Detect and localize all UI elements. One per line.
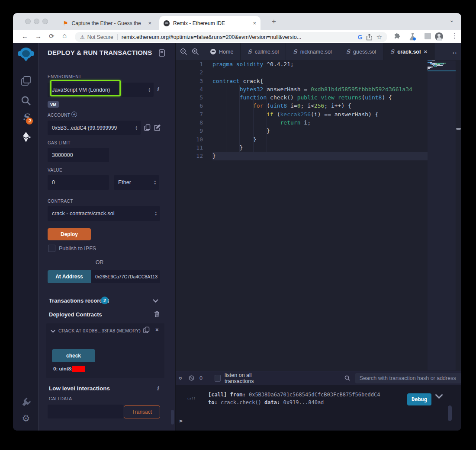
gas-limit-input[interactable]: 3000000 <box>48 148 109 162</box>
add-account-icon[interactable]: + <box>71 112 77 117</box>
gas-limit-label: GAS LIMIT <box>48 140 71 145</box>
copy-account-icon[interactable] <box>144 124 151 131</box>
zoom-out-icon[interactable] <box>180 48 187 55</box>
sidebar-item-search[interactable] <box>13 95 39 106</box>
low-level-info-icon[interactable]: i <box>157 385 159 392</box>
zoom-in-icon[interactable] <box>192 48 199 55</box>
remix-logo-icon[interactable] <box>19 48 33 61</box>
editor-minimap[interactable] <box>428 61 456 370</box>
code-editor[interactable]: 123456789101112 pragma solidity ^0.4.21;… <box>176 60 461 371</box>
at-address-button[interactable]: At Address <box>48 270 91 283</box>
tab-search-chevron-icon[interactable]: ⌄ <box>449 16 454 23</box>
code-line[interactable]: if (keccak256(i) == answerHash) { <box>212 110 428 118</box>
tab-close-icon[interactable]: × <box>253 20 256 26</box>
browser-toolbar: ← → ⟳ ⌂ ⚠ Not Secure remix.ethereum.org/… <box>13 30 461 43</box>
code-line[interactable]: pragma solidity ^0.4.21; <box>212 60 428 68</box>
reload-button[interactable]: ⟳ <box>49 32 55 40</box>
transaction-log-entry[interactable]: [call] from: 0x5B38Da6a701c568545dCfcB03… <box>208 391 380 406</box>
edit-account-icon[interactable] <box>154 124 161 131</box>
code-line[interactable]: function check() public view returns(uin… <box>212 93 428 102</box>
code-line[interactable]: return i; <box>212 118 428 127</box>
home-button[interactable]: ⌂ <box>62 32 67 40</box>
screenshot-extension-icon[interactable] <box>425 33 431 39</box>
code-line[interactable]: bytes32 answerHash = 0xdb81b4d58595fbbbb… <box>212 85 428 93</box>
tab-close-icon[interactable]: × <box>148 20 151 26</box>
publish-ipfs-checkbox[interactable] <box>48 245 55 252</box>
browser-tab-remix[interactable]: Remix - Ethereum IDE × <box>159 16 261 30</box>
terminal-log[interactable]: call [call] from: 0x5B38Da6a701c568545dC… <box>176 385 461 431</box>
code-line[interactable]: for (uint8 i=0; i<256; i++) { <box>212 102 428 110</box>
sidebar-item-solidity-compiler[interactable]: S 2 <box>13 112 39 122</box>
split-view-icon[interactable]: ↔ <box>451 48 458 55</box>
profile-avatar[interactable] <box>435 32 443 41</box>
code-line[interactable]: } <box>212 144 428 152</box>
calldata-input[interactable] <box>48 405 123 418</box>
editor-tab-nickname-sol[interactable]: Snickname.sol <box>286 43 339 60</box>
transact-button[interactable]: Transact <box>124 405 160 418</box>
line-number: 8 <box>176 118 208 127</box>
line-number: 2 <box>176 68 208 77</box>
sidebar-item-file-explorer[interactable] <box>13 75 39 86</box>
terminal-search-input[interactable] <box>355 373 461 383</box>
google-icon[interactable]: G <box>358 34 363 41</box>
card-collapse-chevron-icon[interactable] <box>51 330 55 333</box>
code-line[interactable]: } <box>212 127 428 135</box>
sidebar-item-deploy-run[interactable] <box>13 131 39 143</box>
browser-menu-icon[interactable]: ⋮ <box>451 32 458 40</box>
editor-tab-home[interactable]: Home <box>203 43 241 60</box>
line-number: 4 <box>176 85 208 93</box>
code-lines[interactable]: pragma solidity ^0.4.21;contract crack{ … <box>212 60 428 160</box>
log-expand-chevron-icon[interactable] <box>435 394 443 399</box>
extensions-puzzle-icon[interactable] <box>394 33 401 40</box>
browser-tab-capture-the-ether[interactable]: ⚑ Capture the Ether - Guess the × <box>58 16 156 30</box>
not-secure-warning-icon[interactable]: ⚠ <box>80 34 85 40</box>
url-bar[interactable]: ⚠ Not Secure remix.ethereum.org/#optimiz… <box>75 32 387 42</box>
window-close-button[interactable] <box>25 19 31 24</box>
sidebar-item-settings[interactable]: ⚙ <box>13 413 39 424</box>
terminal-scrollbar-thumb[interactable] <box>448 405 452 421</box>
check-function-button[interactable]: check <box>52 349 95 362</box>
transactions-chevron-icon[interactable] <box>153 299 158 303</box>
editor-tab-guess-sol[interactable]: Sguess.sol <box>339 43 383 60</box>
listen-all-checkbox[interactable] <box>215 375 221 382</box>
editor-scrollbar[interactable] <box>456 60 461 371</box>
window-zoom-button[interactable] <box>42 19 48 24</box>
bookmark-star-icon[interactable]: ☆ <box>376 33 382 41</box>
editor-tab-crack-sol[interactable]: Scrack.sol× <box>383 43 434 60</box>
deploy-button[interactable]: Deploy <box>48 228 91 240</box>
journal-icon[interactable] <box>158 49 165 57</box>
contract-select[interactable]: crack - contracts/crack.sol ▴▾ <box>48 206 160 221</box>
expand-terminal-icon[interactable]: » <box>177 377 184 380</box>
sidebar-item-plugin-manager[interactable] <box>13 397 39 408</box>
at-address-input[interactable]: 0x265E9Ca77C7Da4CC8A113 <box>91 270 160 283</box>
code-line[interactable]: } <box>212 135 428 144</box>
clear-pending-icon[interactable] <box>189 375 194 381</box>
scrollbar-thumb[interactable] <box>456 128 461 130</box>
code-line[interactable]: contract crack{ <box>212 77 428 85</box>
editor-tab-callme-sol[interactable]: Scallme.sol <box>241 43 286 60</box>
forward-button[interactable]: → <box>35 32 42 40</box>
back-button[interactable]: ← <box>22 32 28 40</box>
account-select[interactable]: 0x5B3...eddC4 (99.9999999 ▴▾ <box>48 121 141 135</box>
flask-extension-icon[interactable] <box>409 33 416 41</box>
panel-scrollbar-thumb[interactable] <box>171 410 174 424</box>
debug-button[interactable]: Debug <box>407 393 431 405</box>
editor-tab-label: Home <box>219 49 233 55</box>
value-unit-select[interactable]: Ether ▴▾ <box>114 175 159 190</box>
remove-instance-icon[interactable]: × <box>155 326 159 333</box>
code-line[interactable] <box>212 68 428 77</box>
new-tab-button[interactable]: + <box>272 17 276 26</box>
url-address[interactable]: remix.ethereum.org/#optimize=false&runs=… <box>122 34 354 40</box>
editor-tab-close-icon[interactable]: × <box>424 48 427 55</box>
compiler-badge: 2 <box>26 118 33 124</box>
trash-icon[interactable] <box>154 311 160 317</box>
window-minimize-button[interactable] <box>34 19 39 24</box>
share-icon[interactable] <box>366 34 373 41</box>
environment-label: ENVIRONMENT <box>48 74 81 79</box>
code-line[interactable]: } <box>212 152 428 160</box>
flag-favicon-icon: ⚑ <box>63 20 68 27</box>
copy-address-icon[interactable] <box>143 326 150 333</box>
environment-info-icon[interactable]: i <box>157 86 159 93</box>
browser-tab-label: Capture the Ether - Guess the <box>72 20 141 26</box>
value-input[interactable]: 0 <box>48 175 109 190</box>
